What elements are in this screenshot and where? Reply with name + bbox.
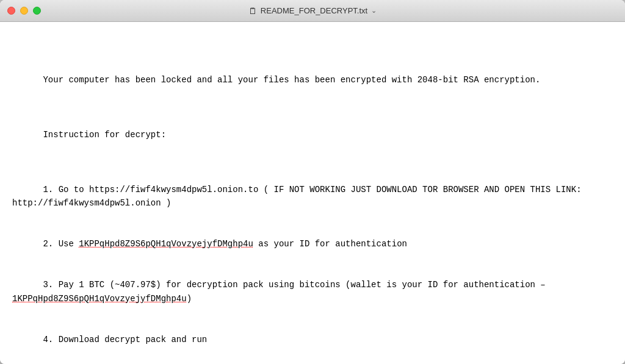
close-button[interactable]	[7, 7, 15, 15]
line-step-3: 3. Pay 1 BTC (~407.97$) for decryption p…	[12, 280, 551, 303]
titlebar-center: 🗒 README_FOR_DECRYPT.txt ⌄	[248, 6, 377, 16]
line-instruction-header: Instruction for decrypt:	[43, 130, 166, 140]
line-step-2: 2. Use 1KPPqHpd8Z9S6pQH1qVovzyejyfDMghp4…	[43, 239, 407, 249]
text-content-area: Your computer has been locked and all yo…	[0, 22, 625, 364]
wallet-id-2: 1KPPqHpd8Z9S6pQH1qVovzyejyfDMghp4u	[12, 294, 187, 304]
line-step-4: 4. Download decrypt pack and run	[43, 335, 207, 344]
readme-text: Your computer has been locked and all yo…	[12, 60, 613, 364]
file-icon: 🗒	[248, 6, 257, 16]
window-title: README_FOR_DECRYPT.txt	[261, 6, 367, 15]
wallet-id-1: 1KPPqHpd8Z9S6pQH1qVovzyejyfDMghp4u	[79, 239, 253, 249]
line-step-1: 1. Go to https://fiwf4kwysm4dpw5l.onion.…	[12, 185, 587, 208]
minimize-button[interactable]	[20, 7, 28, 15]
maximize-button[interactable]	[33, 7, 41, 15]
main-window: 🗒 README_FOR_DECRYPT.txt ⌄ Your computer…	[0, 0, 625, 364]
titlebar: 🗒 README_FOR_DECRYPT.txt ⌄	[0, 0, 625, 22]
traffic-lights	[7, 7, 41, 15]
line-1: Your computer has been locked and all yo…	[43, 75, 540, 85]
dropdown-arrow[interactable]: ⌄	[371, 7, 377, 15]
